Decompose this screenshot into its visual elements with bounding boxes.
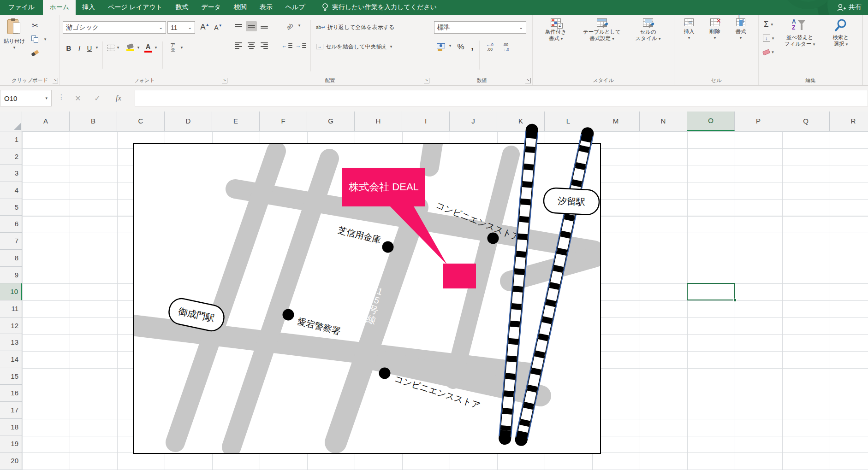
- borders-button[interactable]: [106, 43, 115, 53]
- row-header-9[interactable]: 9: [0, 267, 22, 284]
- column-header-A[interactable]: A: [22, 112, 70, 131]
- merge-center-dropdown[interactable]: ▾: [390, 44, 392, 49]
- active-cell-O10[interactable]: [687, 283, 735, 300]
- increase-decimal-button[interactable]: ←.0 .00: [483, 41, 497, 53]
- orientation-button[interactable]: ab: [282, 19, 297, 34]
- share-button[interactable]: 共有: [837, 0, 862, 15]
- bold-button[interactable]: B: [64, 42, 74, 53]
- align-center-button[interactable]: [246, 41, 257, 51]
- tab-home[interactable]: ホーム: [43, 0, 76, 15]
- column-header-P[interactable]: P: [735, 112, 782, 131]
- underline-button[interactable]: U: [85, 42, 94, 53]
- tab-view[interactable]: 表示: [253, 0, 279, 15]
- fill-color-button[interactable]: [125, 41, 136, 53]
- format-as-table-button[interactable]: テーブルとして書式設定 ▾: [578, 18, 626, 42]
- paste-button[interactable]: 貼り付け ▾: [1, 18, 28, 50]
- borders-dropdown[interactable]: ▾: [115, 45, 121, 50]
- column-header-B[interactable]: B: [70, 112, 117, 131]
- copy-button[interactable]: [30, 34, 41, 44]
- row-header-5[interactable]: 5: [0, 199, 22, 216]
- decrease-indent-button[interactable]: ←: [281, 41, 293, 51]
- font-size-combo[interactable]: 11⌄: [167, 21, 195, 34]
- row-header-14[interactable]: 14: [0, 351, 22, 368]
- align-left-button[interactable]: [233, 41, 244, 51]
- font-color-dropdown[interactable]: ▾: [153, 45, 159, 50]
- tab-file[interactable]: ファイル: [0, 0, 43, 15]
- row-header-20[interactable]: 20: [0, 452, 22, 470]
- row-header-8[interactable]: 8: [0, 250, 22, 267]
- name-box[interactable]: O10 ▾: [0, 90, 52, 106]
- formula-bar-drag-handle[interactable]: ⋮: [58, 93, 65, 100]
- cell-styles-button[interactable]: セルのスタイル ▾: [627, 18, 669, 42]
- fill-button[interactable]: ↓ ▾: [761, 33, 775, 43]
- enter-button[interactable]: ✓: [89, 90, 106, 106]
- formula-input[interactable]: [135, 90, 868, 106]
- decrease-decimal-button[interactable]: .00 →.0: [499, 41, 512, 53]
- copy-dropdown[interactable]: ▾: [42, 36, 48, 42]
- row-header-3[interactable]: 3: [0, 165, 22, 182]
- font-dialog-launcher[interactable]: ↘: [222, 78, 227, 83]
- cancel-button[interactable]: ✕: [69, 90, 87, 106]
- column-header-N[interactable]: N: [640, 112, 687, 131]
- tab-formulas[interactable]: 数式: [169, 0, 195, 15]
- comma-button[interactable]: ,: [468, 41, 476, 52]
- percent-button[interactable]: %: [455, 41, 466, 53]
- row-header-17[interactable]: 17: [0, 402, 22, 419]
- increase-indent-button[interactable]: →: [295, 41, 307, 51]
- accounting-dropdown[interactable]: ▾: [448, 43, 452, 48]
- row-header-16[interactable]: 16: [0, 385, 22, 402]
- clear-button[interactable]: ▾: [761, 47, 775, 57]
- row-header-7[interactable]: 7: [0, 233, 22, 250]
- tab-page-layout[interactable]: ページ レイアウト: [101, 0, 169, 15]
- column-header-O[interactable]: O: [687, 112, 735, 131]
- tab-data[interactable]: データ: [195, 0, 227, 15]
- align-middle-button[interactable]: [246, 21, 257, 31]
- row-header-10[interactable]: 10: [0, 283, 22, 300]
- row-header-6[interactable]: 6: [0, 216, 22, 233]
- conditional-formatting-button[interactable]: ≠ 条件付き書式 ▾: [535, 18, 577, 42]
- underline-dropdown[interactable]: ▾: [94, 45, 100, 50]
- number-dialog-launcher[interactable]: ↘: [525, 78, 531, 83]
- phonetic-button[interactable]: ア 亜: [167, 41, 179, 53]
- format-dropdown[interactable]: ▾: [740, 35, 742, 40]
- row-header-13[interactable]: 13: [0, 334, 22, 351]
- font-name-combo[interactable]: 游ゴシック⌄: [63, 21, 166, 34]
- delete-dropdown[interactable]: ▾: [714, 35, 716, 40]
- row-header-2[interactable]: 2: [0, 148, 22, 165]
- insert-cells-button[interactable]: ← 挿入 ▾: [677, 18, 701, 40]
- select-all-corner[interactable]: [0, 112, 22, 131]
- delete-cells-button[interactable]: ✕ 削除 ▾: [703, 18, 727, 40]
- format-painter-button[interactable]: [30, 48, 41, 58]
- fill-color-dropdown[interactable]: ▾: [136, 45, 141, 50]
- autosum-button[interactable]: Σ▾: [761, 19, 775, 29]
- find-select-button[interactable]: 検索と選択 ▾: [821, 18, 860, 47]
- align-right-button[interactable]: [259, 41, 270, 51]
- decrease-font-button[interactable]: A▼: [212, 22, 224, 33]
- sheet-grid[interactable]: 1234567891011121314151617181920: [0, 131, 868, 470]
- column-header-Q[interactable]: Q: [782, 112, 830, 131]
- row-header-1[interactable]: 1: [0, 131, 22, 148]
- row-header-15[interactable]: 15: [0, 368, 22, 385]
- tab-insert[interactable]: 挿入: [76, 0, 101, 15]
- column-header-R[interactable]: R: [830, 112, 868, 131]
- name-box-dropdown[interactable]: ▾: [45, 96, 48, 100]
- cut-button[interactable]: ✂: [30, 20, 41, 30]
- row-header-11[interactable]: 11: [0, 300, 22, 317]
- route-map-drawing[interactable]: 1 5 号 線 芝信用金庫 コンビニエンスストア 愛宕警察署 コンビニエンススト…: [133, 115, 601, 454]
- align-top-button[interactable]: [233, 21, 244, 31]
- row-header-4[interactable]: 4: [0, 182, 22, 199]
- format-cells-button[interactable]: |↔| 書式 ▾: [729, 18, 753, 40]
- font-color-button[interactable]: A: [143, 41, 153, 53]
- wrap-text-button[interactable]: ab↩ 折り返して全体を表示する: [316, 22, 394, 32]
- phonetic-dropdown[interactable]: ▾: [179, 45, 184, 50]
- merge-center-button[interactable]: ↔ セルを結合して中央揃え ▾: [316, 41, 392, 52]
- row-header-19[interactable]: 19: [0, 435, 22, 452]
- sort-filter-button[interactable]: A Z 並べ替えとフィルター ▾: [779, 18, 820, 47]
- tab-help[interactable]: ヘルプ: [279, 0, 312, 15]
- tab-review[interactable]: 校閲: [227, 0, 253, 15]
- italic-button[interactable]: I: [75, 42, 84, 53]
- increase-font-button[interactable]: A▲: [198, 21, 211, 33]
- insert-function-button[interactable]: fx: [110, 90, 127, 106]
- accounting-format-button[interactable]: [435, 41, 447, 53]
- row-header-12[interactable]: 12: [0, 317, 22, 335]
